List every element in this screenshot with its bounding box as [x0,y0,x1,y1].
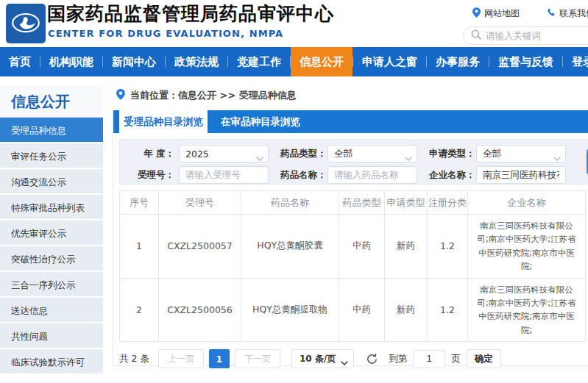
col-apply-type: 申请类型 [385,191,428,215]
company-input[interactable] [483,170,559,180]
total-count: 共 2 条 [119,353,149,365]
cell-drug-name: HQY总黄酮胶囊 [241,215,339,279]
cell-reg-class: 1.2 [428,278,468,342]
site-header: 国家药品监督管理局药品审评中心 CENTER FOR DRUG EVALUATI… [0,0,588,47]
nav-item-functions[interactable]: 机构职能 [40,47,102,76]
page-number-1[interactable]: 1 [209,349,230,368]
sidebar-item-priority-review[interactable]: 优先审评公示 [0,221,103,246]
breadcrumb: 当前位置：信息公开 >> 受理品种信息 [116,89,297,102]
breadcrumb-pin-icon [116,89,125,102]
tab-under-review-catalog[interactable]: 在审品种目录浏览 [216,110,305,133]
sidebar-item-clinical-trial-implied-license[interactable]: 临床试验默示许可 [0,349,103,375]
top-links: 网站地图 联系我们 [472,7,588,20]
accept-no-label: 受理号： [120,169,174,182]
cell-accept-no: CXZL2500056 [159,278,241,342]
cell-reg-class: 1.2 [428,215,468,279]
cell-apply-type: 新药 [385,215,428,279]
content-card: 受理品种目录浏览 在审品种目录浏览 年 度： 2025 药品类型： 全部 [113,110,588,366]
cell-drug-type: 中药 [339,278,385,342]
sidebar: 信息公开 受理品种信息 审评任务公示 沟通交流公示 特殊审批品种列表 优先审评公… [0,85,103,383]
nav-item-party[interactable]: 党建工作 [228,47,290,76]
col-drug-name: 药品名称 [241,191,339,215]
sidebar-item-accepted-varieties[interactable]: 受理品种信息 [0,118,103,143]
cell-accept-no: CXZL2500057 [159,215,241,279]
filter-row-2: 受理号： 药品名称： 企业名称： [120,166,588,184]
company-field [476,166,566,184]
goto-page-input[interactable] [413,350,445,368]
chevron-down-icon [405,152,412,163]
nav-item-policies[interactable]: 政策法规 [166,47,227,76]
nav-item-home[interactable]: 首页 [0,47,40,76]
cell-apply-type: 新药 [385,278,428,342]
year-select[interactable]: 2025 [179,145,269,162]
chevron-down-icon [553,152,561,163]
cde-nmpa-page: 国家药品监督管理局药品审评中心 CENTER FOR DRUG EVALUATI… [0,0,588,383]
filter-row-1: 年 度： 2025 药品类型： 全部 申请类型： 全部 [120,145,588,162]
sidebar-item-delivery-info[interactable]: 送达信息 [0,298,103,323]
drug-type-select[interactable]: 全部 [327,145,417,162]
contact-link[interactable]: 联系我们 [546,7,588,20]
next-page-button[interactable]: 下一页 [235,349,280,368]
search-icon [471,29,481,43]
col-reg-class: 注册分类 [428,191,468,215]
page-size-select[interactable]: 10 条/页 [291,349,354,368]
cell-company: 南京三同医药科技有限公司;南京中医药大学;江苏省中医药研究院;南京市中医院; [468,215,586,279]
drug-type-label: 药品类型： [280,148,323,160]
tab-accepted-catalog[interactable]: 受理品种目录浏览 [119,110,208,133]
chevron-down-icon [341,357,348,368]
nav-item-applicant-window[interactable]: 申请人之窗 [353,47,426,76]
drug-name-input[interactable] [334,170,411,180]
sitemap-link[interactable]: 网站地图 [472,7,520,20]
drug-name-label: 药品名称： [280,169,323,182]
sitemap-label: 网站地图 [484,7,520,20]
col-drug-type: 药品类型 [339,191,385,215]
nav-item-info-disclosure[interactable]: 信息公开 [291,47,353,76]
sidebar-item-communication[interactable]: 沟通交流公示 [0,169,103,195]
keyword-searchbox[interactable] [463,26,588,45]
cde-logo [6,4,46,43]
table-header-row: 序号 受理号 药品名称 药品类型 申请类型 注册分类 企业名称 [120,191,586,215]
col-index: 序号 [120,191,159,215]
cell-index: 1 [120,215,159,279]
results-table: 序号 受理号 药品名称 药品类型 申请类型 注册分类 企业名称 1 CXZL25… [119,190,586,342]
sidebar-item-breakthrough-therapy[interactable]: 突破性治疗公示 [0,246,103,272]
breadcrumb-text: 当前位置：信息公开 >> 受理品种信息 [130,89,297,102]
apply-type-select[interactable]: 全部 [476,145,566,162]
sidebar-item-common-issues[interactable]: 共性问题 [0,323,103,349]
site-title: 国家药品监督管理局药品审评中心 [47,1,334,26]
contact-label: 联系我们 [559,7,588,20]
pagination-bar: 共 2 条 上一页 1 下一页 10 条/页 到第 页 确定 [119,349,588,368]
cell-index: 2 [120,278,159,342]
nav-item-login[interactable]: 登录 [563,47,588,76]
site-subtitle: CENTER FOR DRUG EVALUATION, NMPA [48,28,283,39]
col-accept-no: 受理号 [159,191,241,215]
sidebar-item-review-tasks[interactable]: 审评任务公示 [0,143,103,169]
nav-item-supervision[interactable]: 监督与反馈 [489,47,562,76]
sidebar-title: 信息公开 [0,85,103,118]
prev-page-button[interactable]: 上一页 [158,349,204,368]
cell-drug-name: HQY总黄酮提取物 [241,278,339,342]
keyword-search-input[interactable] [486,31,581,41]
filter-panel: 年 度： 2025 药品类型： 全部 申请类型： 全部 [119,139,588,185]
refresh-icon[interactable] [366,353,378,365]
accept-no-input[interactable] [185,170,262,180]
apply-type-label: 申请类型： [429,148,472,160]
table-row: 1 CXZL2500057 HQY总黄酮胶囊 中药 新药 1.2 南京三同医药科… [120,215,586,279]
table-row: 2 CXZL2500056 HQY总黄酮提取物 中药 新药 1.2 南京三同医药… [120,278,586,342]
tab-bar: 受理品种目录浏览 在审品种目录浏览 [113,110,588,133]
cell-company: 南京三同医药科技有限公司;南京中医药大学;江苏省中医药研究院;南京市中医院; [468,278,586,342]
nav-item-news[interactable]: 新闻中心 [103,47,165,76]
confirm-button[interactable]: 确定 [467,349,501,368]
goto-label: 到第 [389,353,407,365]
drug-name-field [327,166,417,184]
map-pin-icon [472,7,481,20]
sidebar-item-three-in-one[interactable]: 三合一序列公示 [0,272,103,298]
sidebar-item-special-approval[interactable]: 特殊审批品种列表 [0,195,103,221]
nav-item-services[interactable]: 办事服务 [427,47,489,76]
main-nav: 首页 机构职能 新闻中心 政策法规 党建工作 信息公开 申请人之窗 办事服务 监… [0,47,588,76]
chevron-down-icon [256,152,263,163]
goto-unit: 页 [451,353,461,365]
year-label: 年 度： [120,148,174,160]
cell-drug-type: 中药 [339,215,385,279]
phone-icon [546,8,556,20]
